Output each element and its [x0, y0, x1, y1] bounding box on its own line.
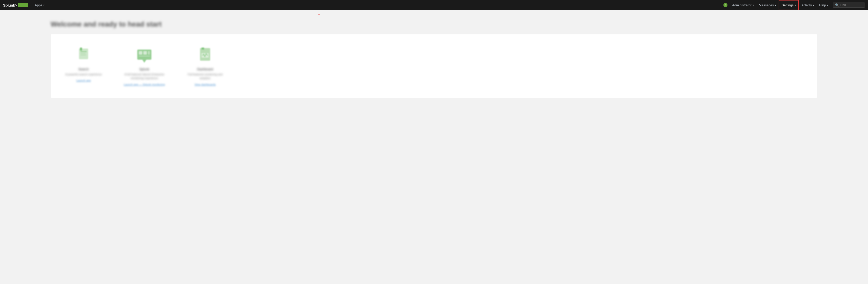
app-icon-1	[74, 46, 93, 64]
svg-rect-4	[81, 55, 86, 56]
search-box[interactable]: 🔍	[833, 3, 865, 8]
app-link-1[interactable]: Launch app	[76, 79, 91, 82]
app-name-2: Splunk	[139, 67, 149, 71]
apps-panel: Search A powerful search experience Laun…	[51, 34, 817, 98]
app-icon-2	[135, 46, 153, 64]
app-icon-3	[196, 46, 214, 64]
svg-marker-10	[142, 60, 146, 63]
app-link-2[interactable]: Launch app — Splunk monitoring	[124, 83, 165, 86]
app-name-1: Search	[78, 67, 89, 71]
svg-rect-6	[139, 51, 142, 55]
search-icon: 🔍	[835, 3, 839, 7]
activity-caret-icon: ▾	[813, 4, 814, 7]
messages-caret-icon: ▾	[775, 4, 776, 7]
app-card-1: Search A powerful search experience Laun…	[58, 42, 109, 90]
splunk-logo-text: Splunk>	[3, 3, 17, 7]
brand-logo[interactable]: Splunk>	[3, 3, 28, 7]
apps-caret-icon: ▾	[43, 4, 44, 7]
svg-rect-8	[148, 51, 150, 55]
nav-item-messages[interactable]: Messages ▾	[756, 0, 779, 10]
nav-item-help[interactable]: Help ▾	[816, 0, 831, 10]
app-card-2: Splunk A full featured Splunk Enterprise…	[119, 42, 169, 90]
app-name-3: Dashboard	[197, 67, 213, 71]
splunk-logo-green-bar	[18, 3, 28, 7]
search-input[interactable]	[840, 3, 863, 7]
app-description-3: Full-featured monitoring and analytics	[184, 73, 226, 80]
main-content: Welcome and ready to head start Search A…	[0, 10, 868, 108]
app-card-3: Dashboard Full-featured monitoring and a…	[180, 42, 230, 90]
svg-rect-12	[202, 47, 204, 49]
app-description-2: A full featured Splunk Enterprise monito…	[123, 73, 165, 80]
nav-item-activity[interactable]: Activity ▾	[799, 0, 816, 10]
splunk-logo: Splunk>	[3, 3, 28, 7]
app-link-3[interactable]: View dashboards	[194, 83, 216, 86]
app-description-1: A powerful search experience	[65, 73, 102, 76]
svg-rect-3	[81, 53, 86, 54]
settings-caret-icon: ▾	[795, 4, 796, 7]
nav-item-settings[interactable]: Settings ▾	[779, 0, 799, 10]
administrator-caret-icon: ▾	[752, 4, 754, 7]
nav-item-administrator[interactable]: Administrator ▾	[730, 0, 756, 10]
nav-item-apps[interactable]: Apps ▾	[32, 0, 47, 10]
help-caret-icon: ▾	[827, 4, 828, 7]
navbar-right: Administrator ▾ Messages ▾ Settings ▾ Ac…	[723, 0, 865, 10]
svg-rect-2	[81, 51, 87, 52]
svg-rect-9	[139, 56, 150, 57]
svg-rect-7	[143, 51, 147, 55]
status-indicator	[723, 3, 727, 7]
page-title: Welcome and ready to head start	[51, 20, 817, 28]
top-navbar: Splunk> Apps ▾ Administrator ▾ Messages …	[0, 0, 868, 10]
svg-rect-1	[80, 47, 82, 50]
